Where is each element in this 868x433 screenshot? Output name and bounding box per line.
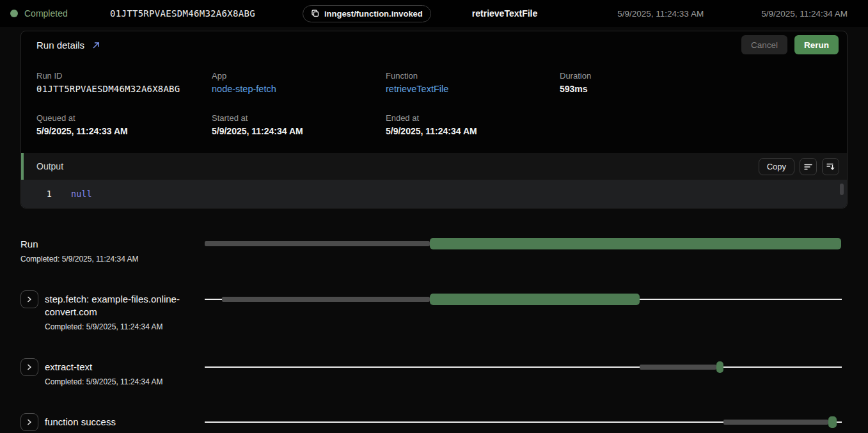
field-label: App <box>212 71 386 81</box>
scroll-to-bottom-button[interactable] <box>822 158 839 175</box>
timeline-track <box>205 238 842 249</box>
timeline-track <box>205 294 842 305</box>
output-title: Output <box>36 161 63 171</box>
expand-button[interactable] <box>20 358 38 376</box>
timeline-row-header: Run Completed: 5/9/2025, 11:24:34 AM <box>20 238 205 264</box>
field-value: 01JTT5RPVAESDM46M32A6X8ABG <box>36 84 212 94</box>
timeline-track <box>205 361 842 373</box>
field-queued-at: Queued at 5/9/2025, 11:24:33 AM <box>36 113 212 136</box>
field-label: Queued at <box>36 113 212 123</box>
chevron-right-icon <box>26 296 33 303</box>
timeline-segment-active <box>716 361 723 373</box>
output-code-viewer: 1 null <box>21 180 847 208</box>
timeline-row-step-fetch: step.fetch: example-files.online-convert… <box>20 290 842 331</box>
run-details-card: Run details Cancel Rerun Run ID 01JTT5RP… <box>20 31 848 209</box>
field-run-id: Run ID 01JTT5RPVAESDM46M32A6X8ABG <box>36 71 212 94</box>
app-link[interactable]: node-step-fetch <box>212 84 386 94</box>
run-status-bar: Completed 01JTT5RPVAESDM46M32A6X8ABG inn… <box>0 0 868 27</box>
rerun-button[interactable]: Rerun <box>794 35 839 54</box>
step-name: extract-text <box>45 361 163 374</box>
field-label: Started at <box>212 113 386 123</box>
timeline-segment-line <box>837 421 842 423</box>
function-name: retrieveTextFile <box>472 8 537 19</box>
scrollbar-thumb[interactable] <box>840 184 844 195</box>
timestamp-queued: 5/9/2025, 11:24:33 AM <box>617 9 704 19</box>
run-details-grid: Run ID 01JTT5RPVAESDM46M32A6X8ABG App no… <box>21 58 847 153</box>
run-details-title: Run details <box>36 40 84 51</box>
field-function: Function retrieveTextFile <box>386 71 560 94</box>
field-value: 593ms <box>560 84 832 94</box>
status-label: Completed <box>24 8 68 19</box>
cancel-button[interactable]: Cancel <box>741 35 787 54</box>
timeline-segment-queued <box>640 365 716 370</box>
step-name: Run <box>20 238 139 251</box>
timeline-track <box>205 416 842 428</box>
timeline-segment-active <box>828 416 837 428</box>
copy-button[interactable]: Copy <box>759 158 794 175</box>
timeline-segment-queued <box>222 297 430 302</box>
timeline-segment-queued <box>205 241 430 246</box>
timeline-segment-line <box>205 366 640 368</box>
field-label: Duration <box>560 71 832 81</box>
wrap-text-button[interactable] <box>800 158 817 175</box>
event-badge-label: inngest/function.invoked <box>324 9 423 19</box>
function-link[interactable]: retrieveTextFile <box>386 84 560 94</box>
header-actions: Cancel Rerun <box>741 35 839 54</box>
timeline-row-extract-text: extract-text Completed: 5/9/2025, 11:24:… <box>20 358 842 386</box>
wrap-text-icon <box>803 162 813 171</box>
field-label: Function <box>386 71 560 81</box>
field-value: 5/9/2025, 11:24:33 AM <box>36 126 212 136</box>
timeline-segment-queued <box>723 420 828 425</box>
chevron-right-icon <box>26 419 33 425</box>
field-duration: Duration 593ms <box>560 71 832 94</box>
field-label: Run ID <box>36 71 212 81</box>
timeline-row-run: Run Completed: 5/9/2025, 11:24:34 AM <box>20 238 842 264</box>
event-badge[interactable]: inngest/function.invoked <box>303 5 431 22</box>
timeline-segment-active <box>430 238 841 249</box>
code-line: null <box>71 189 92 199</box>
status-indicator-group: Completed <box>10 8 93 19</box>
run-id: 01JTT5RPVAESDM46M32A6X8ABG <box>110 8 255 19</box>
timeline-segment-line <box>205 299 222 300</box>
step-completed-at: Completed: 5/9/2025, 11:24:34 AM <box>45 377 163 386</box>
field-ended-at: Ended at 5/9/2025, 11:24:34 AM <box>386 113 560 136</box>
timestamp-started: 5/9/2025, 11:24:34 AM <box>761 9 848 19</box>
output-header: Output Copy <box>21 153 847 180</box>
scroll-to-bottom-icon <box>826 162 835 171</box>
field-value: 5/9/2025, 11:24:34 AM <box>212 126 386 136</box>
expand-button[interactable] <box>20 290 38 308</box>
field-empty <box>560 113 832 136</box>
step-name: step.fetch: example-files.online-convert… <box>45 293 195 319</box>
timeline-segment-line <box>723 366 842 368</box>
step-name: function success <box>45 416 163 429</box>
field-label: Ended at <box>386 113 560 123</box>
timeline-segment-line <box>205 421 723 423</box>
timeline-row-header: extract-text Completed: 5/9/2025, 11:24:… <box>20 358 205 386</box>
step-completed-at: Completed: 5/9/2025, 11:24:34 AM <box>45 322 195 331</box>
run-details-header: Run details Cancel Rerun <box>21 31 847 58</box>
timeline-segment-line <box>640 299 842 300</box>
run-timeline: Run Completed: 5/9/2025, 11:24:34 AM ste… <box>0 209 868 433</box>
field-value: 5/9/2025, 11:24:34 AM <box>386 126 560 136</box>
timeline-row-header: step.fetch: example-files.online-convert… <box>20 290 205 331</box>
field-started-at: Started at 5/9/2025, 11:24:34 AM <box>212 113 386 136</box>
step-completed-at: Completed: 5/9/2025, 11:24:34 AM <box>20 255 139 264</box>
line-number: 1 <box>21 189 52 199</box>
timeline-row-header: function success Completed: 5/9/2025, 11… <box>20 413 205 433</box>
expand-button[interactable] <box>20 413 38 431</box>
timeline-row-function-success: function success Completed: 5/9/2025, 11… <box>20 413 842 433</box>
timeline-segment-active <box>430 294 640 305</box>
field-app: App node-step-fetch <box>212 71 386 94</box>
chevron-right-icon <box>26 364 33 370</box>
external-link-icon[interactable] <box>92 41 100 49</box>
copy-icon <box>311 9 320 18</box>
output-actions: Copy <box>759 158 839 175</box>
status-dot-icon <box>10 10 18 17</box>
